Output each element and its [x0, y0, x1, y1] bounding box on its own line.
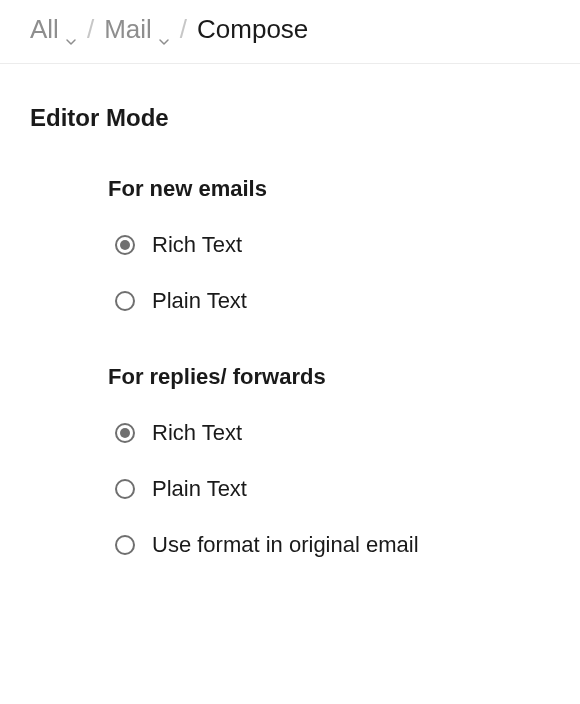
- group-replies-forwards: For replies/ forwards Rich Text Plain Te…: [108, 364, 550, 558]
- radio-label: Rich Text: [152, 420, 242, 446]
- radio-label: Use format in original email: [152, 532, 419, 558]
- group-title: For new emails: [108, 176, 550, 202]
- radio-selected-icon: [114, 234, 136, 256]
- radio-label: Plain Text: [152, 476, 247, 502]
- svg-point-5: [116, 480, 134, 498]
- radio-label: Rich Text: [152, 232, 242, 258]
- radio-option-rich-text[interactable]: Rich Text: [108, 420, 550, 446]
- content: Editor Mode For new emails Rich Text Pla…: [0, 64, 580, 648]
- breadcrumb-current: Compose: [197, 14, 308, 45]
- breadcrumb-item-mail[interactable]: Mail: [104, 14, 170, 45]
- svg-point-6: [116, 536, 134, 554]
- radio-option-rich-text[interactable]: Rich Text: [108, 232, 550, 258]
- radio-label: Plain Text: [152, 288, 247, 314]
- group-new-emails: For new emails Rich Text Plain Text: [108, 176, 550, 314]
- svg-point-4: [120, 428, 130, 438]
- group-title: For replies/ forwards: [108, 364, 550, 390]
- radio-unselected-icon: [114, 534, 136, 556]
- radio-unselected-icon: [114, 290, 136, 312]
- svg-point-2: [116, 292, 134, 310]
- breadcrumb-separator: /: [180, 14, 187, 45]
- breadcrumb-separator: /: [87, 14, 94, 45]
- chevron-down-icon: [158, 24, 170, 36]
- chevron-down-icon: [65, 24, 77, 36]
- breadcrumb-label: All: [30, 14, 59, 45]
- section-title: Editor Mode: [30, 104, 550, 132]
- svg-point-1: [120, 240, 130, 250]
- breadcrumb-label: Mail: [104, 14, 152, 45]
- radio-option-plain-text[interactable]: Plain Text: [108, 288, 550, 314]
- radio-selected-icon: [114, 422, 136, 444]
- radio-option-plain-text[interactable]: Plain Text: [108, 476, 550, 502]
- radio-unselected-icon: [114, 478, 136, 500]
- radio-option-original-format[interactable]: Use format in original email: [108, 532, 550, 558]
- breadcrumb-item-all[interactable]: All: [30, 14, 77, 45]
- breadcrumb: All / Mail / Compose: [0, 0, 580, 64]
